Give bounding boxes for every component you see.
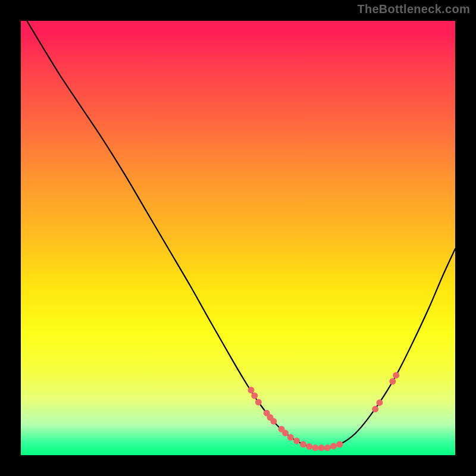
curve-marker xyxy=(306,443,312,450)
curve-marker xyxy=(393,372,399,378)
plot-area xyxy=(21,21,455,455)
chart-frame: TheBottleneck.com xyxy=(0,0,476,476)
curve-marker xyxy=(255,399,262,405)
curve-marker xyxy=(330,443,337,449)
curve-svg xyxy=(21,21,455,455)
curve-marker xyxy=(282,430,289,436)
curve-marker xyxy=(293,437,300,444)
curve-marker xyxy=(324,444,331,451)
curve-marker xyxy=(336,441,343,447)
bottleneck-curve xyxy=(27,21,455,449)
curve-marker xyxy=(248,387,254,393)
curve-marker xyxy=(312,444,318,451)
curve-marker xyxy=(318,444,325,451)
curve-marker xyxy=(389,378,396,384)
curve-marker xyxy=(270,418,277,425)
curve-marker xyxy=(287,434,294,441)
curve-marker xyxy=(300,441,306,447)
curve-markers xyxy=(248,372,399,451)
curve-marker xyxy=(251,392,258,399)
curve-marker xyxy=(372,406,378,412)
curve-marker xyxy=(376,399,383,406)
watermark-text: TheBottleneck.com xyxy=(357,2,470,16)
